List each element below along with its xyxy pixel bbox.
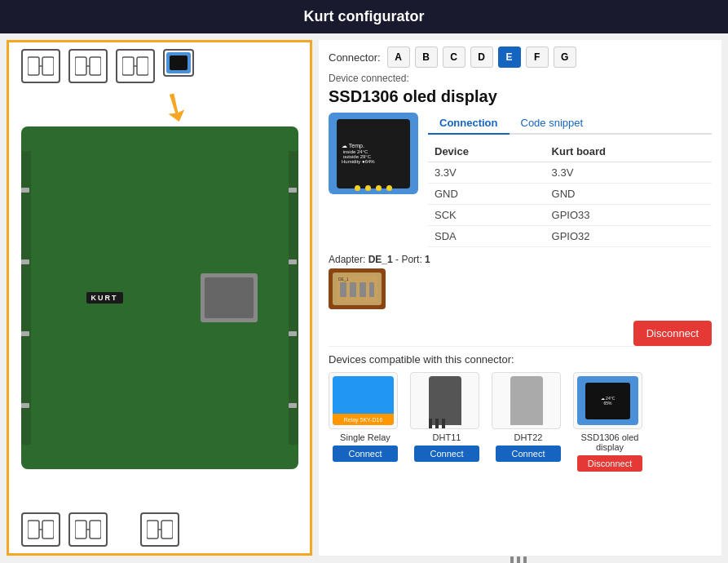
- oled-image: ☁ 24°C65%: [573, 372, 642, 429]
- device-connected-label: Device connected:: [329, 73, 712, 84]
- oled-display-visual: ☁ Temp. inside 24°C outside 29°C Humidit…: [337, 119, 410, 188]
- adapter-inner-visual: DE_1: [333, 273, 382, 305]
- svg-rect-10: [42, 521, 54, 539]
- bottom-connectors: [21, 512, 179, 547]
- svg-text:DE_1: DE_1: [338, 277, 349, 282]
- connector-top-1[interactable]: [21, 49, 60, 83]
- row-kurt-4: GPIO32: [545, 226, 712, 247]
- dht11-connect-button[interactable]: Connect: [414, 446, 479, 462]
- dht22-image: [492, 372, 561, 429]
- kurt-board: KURT: [21, 126, 298, 469]
- table-row: SCK GPIO33: [428, 205, 712, 226]
- disconnect-button[interactable]: Disconnect: [633, 321, 712, 346]
- svg-rect-16: [161, 521, 173, 539]
- table-row: GND GND: [428, 184, 712, 205]
- dht11-visual: [429, 376, 461, 425]
- svg-rect-22: [369, 282, 374, 297]
- dht22-visual: [510, 376, 543, 425]
- col-device: Device: [428, 141, 545, 162]
- connector-buttons: A B C D E F G: [387, 47, 576, 68]
- dht11-name: DHT11: [410, 432, 483, 442]
- connector-btn-G[interactable]: G: [554, 47, 576, 68]
- connector-top-3[interactable]: [116, 49, 155, 83]
- row-device-1: 3.3V: [428, 162, 545, 184]
- svg-rect-20: [350, 282, 356, 297]
- device-section: ☁ Temp. inside 24°C outside 29°C Humidit…: [329, 113, 712, 247]
- tab-connection[interactable]: Connection: [428, 113, 510, 135]
- connector-row-label: Connector:: [329, 51, 381, 64]
- title-bar: Kurt configurator: [0, 0, 728, 33]
- table-row: 3.3V 3.3V: [428, 162, 712, 184]
- svg-rect-1: [42, 57, 54, 75]
- svg-rect-0: [28, 57, 39, 75]
- board-panel: ➘: [7, 40, 312, 556]
- esp-chip: [201, 273, 258, 322]
- svg-rect-3: [75, 57, 86, 75]
- row-device-4: SDA: [428, 226, 545, 247]
- tabs-and-table: Connection Code snippet Device Kurt boar…: [428, 113, 712, 247]
- device-card-dht22: DHT22 Connect: [492, 372, 565, 472]
- compatible-label: Devices compatible with this connector:: [329, 353, 712, 366]
- connector-bottom-1[interactable]: [21, 512, 60, 547]
- tab-code-snippet[interactable]: Code snippet: [510, 113, 595, 135]
- oled-line4: Humidity ●64%: [342, 159, 405, 164]
- svg-rect-12: [75, 521, 86, 539]
- adapter-port: 1: [425, 254, 430, 265]
- svg-rect-9: [28, 521, 39, 539]
- relay-visual: Relay 5KY-D16: [333, 376, 394, 425]
- oled-disconnect-button[interactable]: Disconnect: [577, 455, 642, 472]
- connection-table: Device Kurt board 3.3V 3.3V GND GND: [428, 141, 712, 247]
- connector-btn-F[interactable]: F: [526, 47, 549, 68]
- device-card-dht11: DHT11 Connect: [410, 372, 483, 472]
- connector-selector: Connector: A B C D E F G: [329, 47, 712, 68]
- svg-rect-4: [90, 57, 101, 75]
- row-device-2: GND: [428, 184, 545, 205]
- connector-bottom-3[interactable]: [140, 512, 179, 547]
- board-label-text: KURT: [86, 292, 123, 304]
- svg-rect-13: [90, 521, 101, 539]
- row-kurt-1: 3.3V: [545, 162, 712, 184]
- row-kurt-2: GND: [545, 184, 712, 205]
- connector-btn-D[interactable]: D: [470, 47, 493, 68]
- connector-top-oled[interactable]: [163, 49, 194, 77]
- oled-small-inner: ☁ 24°C65%: [585, 383, 630, 419]
- svg-rect-6: [122, 57, 134, 75]
- app-title: Kurt configurator: [304, 8, 425, 24]
- device-card-oled: ☁ 24°C65% SSD1306 oled display Disconnec…: [573, 372, 646, 472]
- relay-image: Relay 5KY-D16: [329, 372, 398, 429]
- row-kurt-3: GPIO33: [545, 205, 712, 226]
- device-image: ☁ Temp. inside 24°C outside 29°C Humidit…: [329, 113, 418, 194]
- connector-bottom-2[interactable]: [68, 512, 108, 547]
- adapter-image: DE_1: [329, 268, 386, 309]
- dht22-connect-button[interactable]: Connect: [496, 446, 561, 462]
- svg-rect-19: [340, 282, 346, 297]
- table-row: SDA GPIO32: [428, 226, 712, 247]
- connector-btn-E[interactable]: E: [498, 47, 521, 68]
- oled-name: SSD1306 oled display: [573, 432, 646, 452]
- device-card-relay: Relay 5KY-D16 Single Relay Connect: [329, 372, 402, 472]
- top-connectors: [21, 49, 194, 83]
- relay-label-strip: Relay 5KY-D16: [333, 414, 394, 425]
- connector-top-2[interactable]: [68, 49, 108, 83]
- connector-btn-C[interactable]: C: [443, 47, 465, 68]
- connector-btn-A[interactable]: A: [387, 47, 410, 68]
- adapter-label: Adapter:: [329, 254, 368, 265]
- relay-name: Single Relay: [329, 432, 402, 442]
- adapter-section: Adapter: DE_1 - Port: 1 DE_1: [329, 254, 712, 309]
- row-device-3: SCK: [428, 205, 545, 226]
- adapter-port-label: Port:: [401, 254, 421, 265]
- dht11-image: [410, 372, 479, 429]
- tab-bar: Connection Code snippet: [428, 113, 712, 135]
- compatible-section: Devices compatible with this connector: …: [329, 346, 712, 472]
- svg-rect-7: [137, 57, 148, 75]
- oled-line1: ☁ Temp.: [342, 143, 405, 149]
- connector-btn-B[interactable]: B: [415, 47, 438, 68]
- svg-rect-15: [147, 521, 158, 539]
- col-kurt: Kurt board: [545, 141, 712, 162]
- compatible-devices-list: Relay 5KY-D16 Single Relay Connect: [329, 372, 712, 472]
- dht22-name: DHT22: [492, 432, 565, 442]
- device-title: SSD1306 oled display: [329, 87, 712, 106]
- right-panel: Connector: A B C D E F G Device connecte…: [319, 40, 721, 556]
- svg-rect-21: [360, 282, 366, 297]
- relay-connect-button[interactable]: Connect: [333, 446, 398, 462]
